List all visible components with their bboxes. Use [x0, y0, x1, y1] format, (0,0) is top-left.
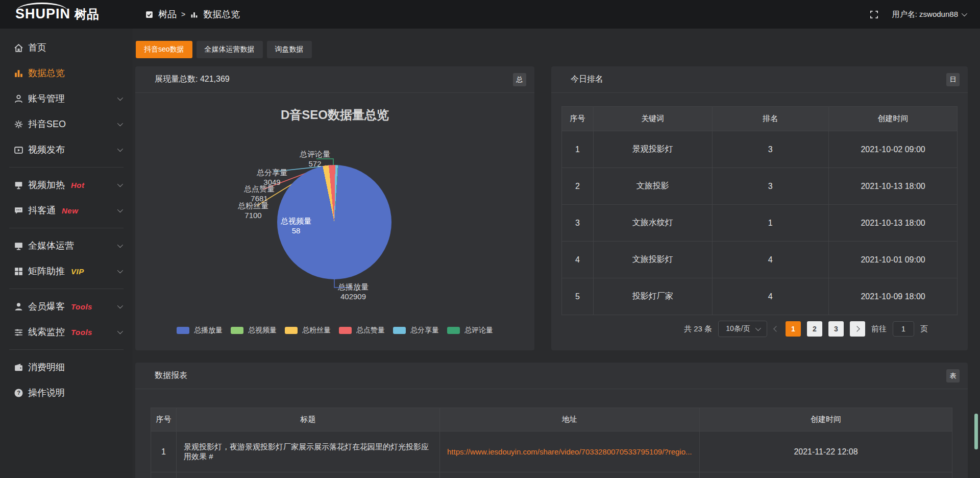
wallet-icon — [13, 362, 24, 373]
chart-legend: 总播放量 总视频量 总粉丝量 总点赞量 总分享量 总评论量 — [135, 326, 534, 335]
breadcrumb: 树品 > 数据总览 — [145, 8, 240, 20]
breadcrumb-current: 数据总览 — [203, 8, 240, 20]
sidebar-item-home[interactable]: 首页 — [0, 35, 133, 60]
data-tabs: 抖音seo数据 全媒体运营数据 询盘数据 — [136, 41, 312, 58]
logo-text-cn: 树品 — [75, 6, 99, 22]
legend-swatch — [447, 327, 460, 334]
table-row: 4文旅投影灯42021-10-01 09:00 — [562, 242, 958, 278]
legend-item-videos[interactable]: 总视频量 — [231, 326, 277, 335]
logo-arc — [16, 3, 67, 11]
legend-item-likes[interactable]: 总点赞量 — [339, 326, 385, 335]
sidebar-item-account[interactable]: 账号管理 — [0, 86, 133, 111]
table-header-row: 序号 关键词 排名 创建时间 — [562, 107, 958, 131]
report-table: 序号 标题 地址 创建时间 1 景观投影灯，夜游景观投影灯厂家展示展示落花灯在花… — [151, 408, 952, 478]
sidebar-item-data-overview[interactable]: 数据总览 — [0, 60, 133, 86]
overview-panel: 展现量总数: 421,369 总 D音SEO数据量总览 总评论量572 总分 — [135, 66, 534, 350]
legend-swatch — [393, 327, 406, 334]
chevron-down-icon — [117, 121, 123, 126]
legend-item-plays[interactable]: 总播放量 — [177, 326, 223, 335]
page-button-3[interactable]: 3 — [828, 321, 844, 337]
table-badge-button[interactable]: 表 — [946, 369, 960, 383]
legend-item-shares[interactable]: 总分享量 — [393, 326, 439, 335]
prev-page-button[interactable] — [773, 326, 779, 331]
fullscreen-icon[interactable] — [869, 10, 879, 19]
svg-text:?: ? — [17, 390, 20, 396]
user-menu[interactable]: 用户名: zswodun88 — [892, 10, 966, 19]
chevron-down-icon — [962, 11, 967, 16]
chevron-down-icon — [117, 268, 123, 273]
sidebar-item-matrix-boost[interactable]: 矩阵助推 VIP — [0, 258, 133, 284]
goto-page-input[interactable] — [893, 321, 914, 337]
sidebar-item-douyin-seo[interactable]: 抖音SEO — [0, 111, 133, 137]
grid-icon — [13, 266, 24, 277]
sidebar-divider — [9, 228, 124, 228]
table-header-row: 序号 标题 地址 创建时间 — [151, 408, 952, 432]
report-title: 数据报表 — [155, 370, 187, 381]
table-row: 1景观投影灯32021-10-02 09:00 — [562, 131, 958, 168]
sidebar-item-media-operation[interactable]: 全媒体运营 — [0, 233, 133, 258]
table-row: 3文旅水纹灯12021-10-13 18:00 — [562, 205, 958, 242]
bar-chart-icon — [13, 68, 24, 79]
scrollbar-thumb[interactable] — [974, 414, 978, 449]
tab-inquiry-data[interactable]: 询盘数据 — [267, 41, 312, 58]
sidebar-item-member-baoke[interactable]: 会员爆客 Tools — [0, 294, 133, 319]
breadcrumb-separator: > — [181, 10, 185, 18]
tools-badge: Tools — [71, 328, 92, 337]
total-badge-button[interactable]: 总 — [513, 73, 526, 86]
chevron-down-icon — [117, 328, 123, 334]
chevron-down-icon — [117, 181, 123, 187]
sidebar-item-douketong[interactable]: 抖客通 New — [0, 198, 133, 223]
sidebar-divider — [9, 349, 124, 350]
sidebar-item-help[interactable]: ? 操作说明 — [0, 380, 133, 405]
table-row: 1 景观投影灯，夜游景观投影灯厂家展示展示落花灯在花园里的灯光投影应用效果 # … — [151, 432, 952, 472]
col-created: 创建时间 — [700, 408, 952, 432]
sidebar-item-video-publish[interactable]: 视频发布 — [0, 137, 133, 162]
header-right: 用户名: zswodun88 — [869, 10, 980, 19]
legend-item-fans[interactable]: 总粉丝量 — [285, 326, 331, 335]
overview-title: 展现量总数: 421,369 — [155, 74, 230, 85]
sliders-icon — [13, 327, 24, 338]
pagination: 共 23 条 10条/页 1 2 3 前往 页 — [684, 321, 928, 337]
legend-item-comments[interactable]: 总评论量 — [447, 326, 493, 335]
ranking-table: 序号 关键词 排名 创建时间 1景观投影灯32021-10-02 09:00 2… — [561, 106, 958, 315]
col-index: 序号 — [562, 107, 594, 131]
table-row — [151, 472, 952, 478]
breadcrumb-root[interactable]: 树品 — [158, 8, 177, 20]
sidebar-item-video-heat[interactable]: 视频加热 Hot — [0, 172, 133, 198]
sidebar-item-clue-monitor[interactable]: 线索监控 Tools — [0, 319, 133, 345]
table-row: 2文旅投影32021-10-13 18:00 — [562, 168, 958, 205]
legend-swatch — [177, 327, 189, 334]
tab-media-operation-data[interactable]: 全媒体运营数据 — [197, 41, 263, 58]
tab-douyin-seo-data[interactable]: 抖音seo数据 — [136, 41, 192, 58]
chart-title: D音SEO数据量总览 — [135, 107, 534, 123]
page-button-2[interactable]: 2 — [807, 321, 822, 337]
pie-label-comments: 总评论量572 — [295, 149, 335, 169]
pie-label-fans: 总粉丝量7100 — [233, 201, 274, 220]
home-icon — [13, 42, 24, 53]
day-badge-button[interactable]: 日 — [946, 73, 960, 86]
new-badge: New — [62, 206, 78, 215]
pagination-total: 共 23 条 — [684, 324, 712, 334]
page-button-1[interactable]: 1 — [786, 321, 801, 337]
goto-label: 前往 — [871, 324, 887, 334]
legend-swatch — [285, 327, 298, 334]
monitor-icon — [13, 241, 24, 251]
sidebar-divider — [9, 289, 124, 289]
sidebar-item-consumption[interactable]: 消费明细 — [0, 354, 133, 380]
bar-chart-icon — [190, 10, 199, 19]
video-link[interactable]: https://www.iesdouyin.com/share/video/70… — [440, 432, 700, 472]
video-title: 景观投影灯，夜游景观投影灯厂家展示展示落花灯在花园里的灯光投影应用效果 # — [177, 432, 440, 472]
chat-icon — [13, 205, 24, 216]
pie-chart: D音SEO数据量总览 总评论量572 总分享量3049 总点赞量7681 — [135, 93, 534, 350]
user-icon — [13, 93, 24, 104]
col-rank: 排名 — [712, 107, 829, 131]
page-size-select[interactable]: 10条/页 — [718, 321, 767, 337]
next-page-button[interactable] — [850, 321, 865, 337]
gear-icon — [13, 119, 24, 130]
chevron-down-icon — [117, 146, 123, 152]
screen-icon — [13, 180, 24, 190]
dashboard-root: SHUPIN 树品 树品 > 数据总览 用户名: zswodun88 — [0, 0, 980, 478]
col-url: 地址 — [440, 408, 700, 432]
report-panel-header: 数据报表 表 — [135, 363, 968, 389]
sidebar: 首页 数据总览 账号管理 抖音SEO 视频发布 视频加热 Hot — [0, 29, 133, 478]
